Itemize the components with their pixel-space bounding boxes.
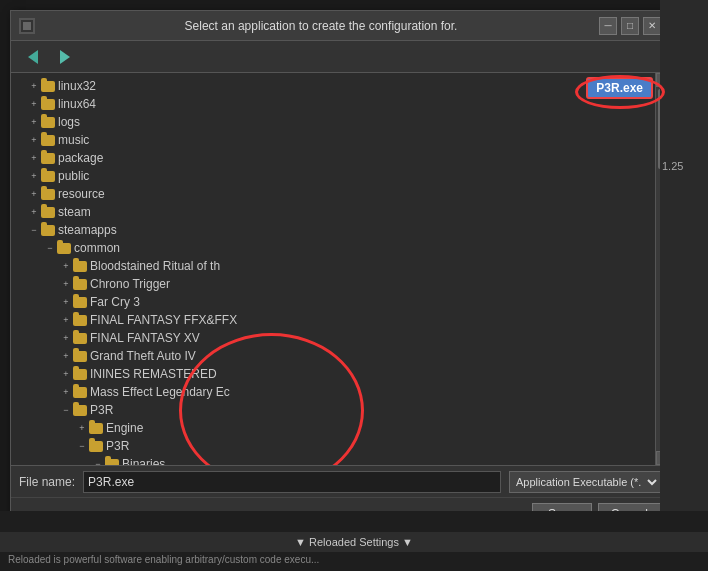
folder-icon: [41, 99, 55, 110]
expand-bloodstained[interactable]: +: [59, 259, 73, 273]
folder-icon: [41, 207, 55, 218]
back-button[interactable]: [19, 45, 47, 69]
folder-icon: [73, 333, 87, 344]
expand-masseffect[interactable]: +: [59, 385, 73, 399]
item-label: logs: [58, 115, 80, 129]
expand-resource[interactable]: +: [27, 187, 41, 201]
expand-public[interactable]: +: [27, 169, 41, 183]
expand-logs[interactable]: +: [27, 115, 41, 129]
tree-item-steamapps[interactable]: − steamapps: [11, 221, 655, 239]
item-label: linux64: [58, 97, 96, 111]
folder-icon: [41, 171, 55, 182]
expand-farcry3[interactable]: +: [59, 295, 73, 309]
reloaded-settings-label: ▼ Reloaded Settings ▼: [295, 536, 413, 548]
tree-item-steam[interactable]: + steam: [11, 203, 655, 221]
item-label: package: [58, 151, 103, 165]
tree-item-logs[interactable]: + logs: [11, 113, 655, 131]
selected-file-area: P3R.exe: [586, 77, 653, 99]
tree-item-public[interactable]: + public: [11, 167, 655, 185]
item-label: Bloodstained Ritual of th: [90, 259, 220, 273]
item-label: resource: [58, 187, 105, 201]
item-label: Chrono Trigger: [90, 277, 170, 291]
folder-icon: [41, 189, 55, 200]
folder-icon: [73, 297, 87, 308]
tree-item-chrono[interactable]: + Chrono Trigger: [11, 275, 655, 293]
tree-item-bloodstained[interactable]: + Bloodstained Ritual of th: [11, 257, 655, 275]
filename-row: File name: Application Executable (*.: [11, 465, 669, 497]
tree-item-music[interactable]: + music: [11, 131, 655, 149]
dialog-title: Select an application to create the conf…: [43, 19, 599, 33]
expand-engine[interactable]: +: [75, 421, 89, 435]
title-bar: Select an application to create the conf…: [11, 11, 669, 41]
expand-ffx[interactable]: +: [59, 313, 73, 327]
tree-item-package[interactable]: + package: [11, 149, 655, 167]
toolbar: [11, 41, 669, 73]
minimize-button[interactable]: ─: [599, 17, 617, 35]
item-label: public: [58, 169, 89, 183]
reloaded-desc: Reloaded is powerful software enabling a…: [0, 552, 708, 567]
item-label: common: [74, 241, 120, 255]
expand-p3r[interactable]: −: [59, 403, 73, 417]
tree-item-inines[interactable]: + ININES REMASTERED: [11, 365, 655, 383]
folder-icon: [73, 261, 87, 272]
folder-icon: [41, 135, 55, 146]
filetype-select[interactable]: Application Executable (*.: [509, 471, 661, 493]
expand-p3r-sub[interactable]: −: [75, 439, 89, 453]
expand-gtaiv[interactable]: +: [59, 349, 73, 363]
folder-icon: [41, 117, 55, 128]
tree-item-gtaiv[interactable]: + Grand Theft Auto IV: [11, 347, 655, 365]
folder-icon: [57, 243, 71, 254]
tree-item-linux32[interactable]: + linux32: [11, 77, 655, 95]
expand-chrono[interactable]: +: [59, 277, 73, 291]
expand-inines[interactable]: +: [59, 367, 73, 381]
item-label: steamapps: [58, 223, 117, 237]
expand-music[interactable]: +: [27, 133, 41, 147]
folder-icon: [105, 459, 119, 466]
svg-rect-2: [23, 22, 31, 30]
tree-item-linux64[interactable]: + linux64: [11, 95, 655, 113]
tree-item-binaries[interactable]: − Binaries: [11, 455, 655, 465]
file-dialog: Select an application to create the conf…: [10, 10, 670, 530]
expand-steam[interactable]: +: [27, 205, 41, 219]
tree-item-masseffect[interactable]: + Mass Effect Legendary Ec: [11, 383, 655, 401]
expand-binaries[interactable]: −: [91, 457, 105, 465]
restore-button[interactable]: □: [621, 17, 639, 35]
tree-item-engine[interactable]: + Engine: [11, 419, 655, 437]
item-label: Far Cry 3: [90, 295, 140, 309]
folder-icon: [89, 423, 103, 434]
filename-input[interactable]: [83, 471, 501, 493]
reloaded-settings-bar[interactable]: ▼ Reloaded Settings ▼: [0, 532, 708, 552]
forward-arrow-icon: [60, 50, 70, 64]
tree-item-p3r[interactable]: − P3R: [11, 401, 655, 419]
folder-icon: [41, 153, 55, 164]
version-badge: 1.25: [662, 160, 706, 172]
expand-linux64[interactable]: +: [27, 97, 41, 111]
item-label: Grand Theft Auto IV: [90, 349, 196, 363]
tree-item-farcry3[interactable]: + Far Cry 3: [11, 293, 655, 311]
right-panel: 1.25: [660, 0, 708, 571]
item-label: Engine: [106, 421, 143, 435]
expand-ffxv[interactable]: +: [59, 331, 73, 345]
folder-icon: [41, 225, 55, 236]
tree-item-common[interactable]: − common: [11, 239, 655, 257]
file-tree[interactable]: + linux32 + linux64 + logs +: [11, 73, 655, 465]
tree-item-resource[interactable]: + resource: [11, 185, 655, 203]
tree-item-p3r-sub[interactable]: − P3R: [11, 437, 655, 455]
expand-common[interactable]: −: [43, 241, 57, 255]
content-area: P3R.exe + linux32 + linux64: [11, 73, 669, 465]
window-controls: ─ □ ✕: [599, 17, 661, 35]
expand-steamapps[interactable]: −: [27, 223, 41, 237]
item-label: P3R: [106, 439, 129, 453]
expand-package[interactable]: +: [27, 151, 41, 165]
folder-icon: [73, 387, 87, 398]
close-button[interactable]: ✕: [643, 17, 661, 35]
forward-button[interactable]: [51, 45, 79, 69]
bottom-bar: ▼ Reloaded Settings ▼ Reloaded is powerf…: [0, 511, 708, 571]
tree-item-ffx[interactable]: + FINAL FANTASY FFX&FFX: [11, 311, 655, 329]
item-label: linux32: [58, 79, 96, 93]
selected-file-box[interactable]: P3R.exe: [586, 77, 653, 99]
tree-item-ffxv[interactable]: + FINAL FANTASY XV: [11, 329, 655, 347]
filename-label: File name:: [19, 475, 75, 489]
folder-icon: [73, 351, 87, 362]
expand-linux32[interactable]: +: [27, 79, 41, 93]
